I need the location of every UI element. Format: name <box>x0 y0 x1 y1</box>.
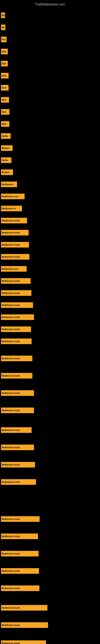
bar-row: Bottleneck re <box>1 205 22 212</box>
bar-item: Bottleneck result <box>1 290 31 296</box>
bar-item: Bottleneck result <box>1 462 35 468</box>
bar-item: Bottleneck result <box>1 622 48 628</box>
bar-item: Bott <box>1 109 9 115</box>
bar-row: Bottleneck result <box>1 604 48 612</box>
bar-label: Bottlen <box>2 147 9 149</box>
bar-row: Bottleneck result <box>1 622 48 629</box>
bar-label: Bottleneck result <box>2 232 20 234</box>
bar-label: Bottleneck <box>2 183 13 186</box>
bar-item: Bottleneck result <box>1 254 29 260</box>
bar-row: Bottleneck result <box>1 217 27 224</box>
bar-item: Bottleneck <box>1 182 17 187</box>
bar-label: Bottlen <box>2 171 9 174</box>
bar-label: Bottleneck result <box>2 624 20 626</box>
bar-row: Bottleneck result <box>1 533 38 540</box>
bar-row: Bo <box>1 24 5 31</box>
bar-row: Bottleneck result <box>1 302 33 309</box>
bar-row: Bottlen <box>1 144 13 152</box>
bar-item: Bottleneck resu <box>1 266 27 272</box>
bar-row: Bott <box>1 84 9 91</box>
bar-label: Bottleneck result <box>2 316 20 318</box>
bar-item: Bott <box>1 97 9 103</box>
bar-item: Bottleneck result <box>1 278 31 284</box>
bar-row: Bottlen <box>1 169 13 176</box>
bar-item: Bottleneck result <box>1 356 32 361</box>
bar-row: Bottleneck result <box>1 229 29 236</box>
bar-item: Bott <box>1 49 8 54</box>
bar-item: Bottleneck result <box>1 408 34 413</box>
bar-item: Bottleneck result <box>1 551 39 556</box>
bar-label: Bottleneck resu <box>2 195 18 198</box>
bar-label: Bottleneck result <box>2 256 20 258</box>
bar-label: Bottleneck result <box>2 219 20 222</box>
bar-row: Bottle <box>1 156 11 164</box>
bar-row: Bottleneck <box>1 181 17 188</box>
bar-item: Bottleneck result <box>1 534 38 539</box>
bar-row: Bottleneck result <box>1 407 34 414</box>
bar-item: Bottleneck result <box>1 218 27 224</box>
bar-row: Bottleneck result <box>1 426 32 434</box>
bar-item: Bottleneck result <box>1 242 29 248</box>
bar-item: Bottleneck result <box>1 586 39 591</box>
bar-label: Bottleneck result <box>2 357 20 360</box>
bar-label: Bottle <box>2 159 8 162</box>
bar-item: Bott <box>1 121 9 127</box>
bar-label: Bottleneck result <box>2 328 20 330</box>
bar-label: Bottleneck result <box>2 464 20 466</box>
bar-label: Bott <box>2 62 6 65</box>
bar-label: Bottleneck resu <box>2 268 18 270</box>
bar-label: Bottleneck result <box>2 446 20 448</box>
bar-label: Bot <box>2 38 5 41</box>
bar-label: Bott <box>2 50 6 53</box>
bar-item: Bo <box>1 12 5 18</box>
bar-item: Bottleneck result <box>1 479 36 485</box>
bar-row: Bott <box>1 72 9 79</box>
bar-item: Bottlen <box>1 145 13 151</box>
bar-label: Bottleneck result <box>2 292 20 294</box>
bar-row: Bott <box>1 120 9 128</box>
bar-row: Bottleneck result <box>1 478 36 486</box>
bar-row: Bottle <box>1 132 11 140</box>
bar-item: Bottleneck result <box>1 516 40 522</box>
bar-label: Bottleneck result <box>2 587 20 590</box>
bar-item: Bottleneck result <box>1 230 29 236</box>
bar-label: Bottleneck result <box>2 429 20 431</box>
bar-item: Bottleneck result <box>1 605 48 610</box>
bar-label: Bottleneck result <box>2 606 20 609</box>
bar-item: Bottleneck result <box>1 314 34 320</box>
bar-row: Bottleneck result <box>1 444 34 451</box>
bar-item: Bottleneck result <box>1 427 32 433</box>
bar-item: Bottleneck resu <box>1 194 25 199</box>
bars-container: BoBoBotBottBottBottBottBottBottBottBottl… <box>0 6 100 10</box>
bar-item: Bottleneck re <box>1 206 22 211</box>
bar-row: Bottleneck result <box>1 640 46 644</box>
bar-item: Bottleneck result <box>1 390 34 396</box>
bar-item: Bot <box>1 37 7 42</box>
bar-item: Bottleneck result <box>1 338 32 344</box>
bar-item: Bottle <box>1 133 11 139</box>
bar-row: Bottleneck result <box>1 355 32 362</box>
bar-item: Bottleneck result <box>1 326 31 332</box>
bar-item: Bottlen <box>1 170 13 175</box>
bar-item: Bott <box>1 73 9 78</box>
bar-row: Bottleneck result <box>1 372 32 379</box>
bar-item: Bo <box>1 24 5 30</box>
bar-row: Bott <box>1 60 8 67</box>
bar-label: Bottle <box>2 135 8 137</box>
bar-row: Bott <box>1 96 9 104</box>
bar-item: Bott <box>1 61 8 66</box>
bar-label: Bottleneck result <box>2 552 20 555</box>
bar-row: Bott <box>1 108 9 116</box>
bar-item: Bottleneck result <box>1 640 46 644</box>
bar-row: Bottleneck result <box>1 326 31 333</box>
bar-row: Bottleneck result <box>1 390 34 397</box>
bar-item: Bottle <box>1 158 11 163</box>
bar-label: Bottleneck result <box>2 642 20 644</box>
bar-label: Bott <box>2 111 6 113</box>
bar-row: Bo <box>1 12 5 19</box>
bar-label: Bott <box>2 98 6 101</box>
bar-label: Bottleneck re <box>2 207 16 210</box>
bar-label: Bott <box>2 123 6 125</box>
bar-label: Bottleneck result <box>2 409 20 412</box>
bar-row: Bottleneck result <box>1 567 39 574</box>
